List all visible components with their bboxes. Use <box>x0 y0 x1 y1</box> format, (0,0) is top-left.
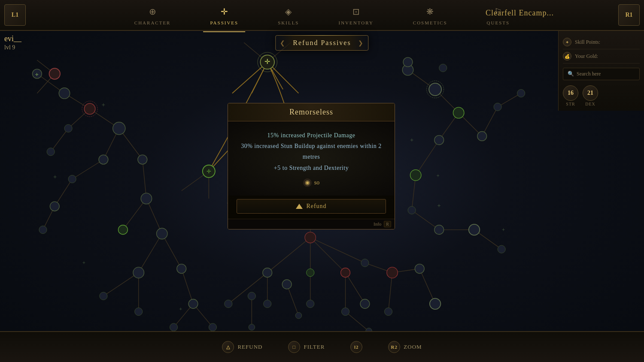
nav-item-skills[interactable]: ◈ SKILLS <box>271 1 306 29</box>
svg-point-124 <box>384 308 392 315</box>
refund-triangle-icon: △ <box>222 341 234 353</box>
svg-point-117 <box>408 206 416 214</box>
svg-text:+: + <box>502 227 505 233</box>
zoom-action-label: ZOOM <box>404 344 422 350</box>
svg-line-55 <box>482 107 498 136</box>
svg-line-31 <box>139 234 162 273</box>
svg-text:+: + <box>53 173 57 180</box>
refund-banner-text: Refund Passives <box>293 39 351 46</box>
tooltip-refund-button[interactable]: Refund <box>237 199 386 214</box>
dex-value: 21 <box>583 85 598 101</box>
svg-point-70 <box>59 88 70 99</box>
svg-point-82 <box>157 228 167 239</box>
svg-line-13 <box>310 238 365 263</box>
nav-items-container: ⊕ CHARACTER ✛ PASSIVES ◈ SKILLS ⊡ INVENT… <box>128 1 516 29</box>
r2-button-icon: R2 <box>388 341 400 353</box>
svg-point-96 <box>307 269 314 277</box>
svg-point-110 <box>429 83 441 96</box>
svg-line-12 <box>310 238 346 273</box>
svg-point-94 <box>305 232 316 243</box>
character-name: evi__ <box>4 34 21 43</box>
svg-text:✛: ✛ <box>207 169 211 175</box>
filter-action-label: FILTER <box>304 344 325 350</box>
passives-nav-icon: ✛ <box>217 5 231 18</box>
svg-point-112 <box>477 132 487 141</box>
svg-point-84 <box>177 264 186 274</box>
zoom-action[interactable]: R2 ZOOM <box>388 341 422 353</box>
quests-nav-label: QUESTS <box>487 20 510 25</box>
str-badge: 16 STR <box>563 85 578 106</box>
svg-point-102 <box>360 299 370 308</box>
svg-point-123 <box>430 299 440 309</box>
nav-right-area: R1 <box>618 4 644 26</box>
cosmetics-nav-icon: ❋ <box>423 5 437 18</box>
svg-point-120 <box>498 245 505 253</box>
svg-line-30 <box>146 199 162 234</box>
svg-text:+: + <box>82 260 85 266</box>
dex-label: DEX <box>585 102 595 106</box>
nav-l1-button[interactable]: L1 <box>4 4 26 26</box>
refund-banner: ❮ Refund Passives ❯ <box>275 35 368 51</box>
dex-badge: 21 DEX <box>583 85 598 106</box>
svg-point-76 <box>138 155 147 164</box>
tooltip-cost: ◉ so <box>237 178 386 187</box>
tooltip-body: 15% increased Projectile Damage 30% incr… <box>228 121 395 196</box>
svg-point-78 <box>50 202 59 211</box>
search-box[interactable]: 🔍 Search here <box>563 68 640 80</box>
svg-point-72 <box>113 122 125 135</box>
svg-point-73 <box>64 124 72 132</box>
svg-point-125 <box>49 68 60 79</box>
svg-point-81 <box>118 225 128 235</box>
l2-button-icon: l2 <box>350 341 362 353</box>
svg-text:✛: ✛ <box>264 57 270 66</box>
zoom-out-action[interactable]: l2 <box>350 341 362 353</box>
svg-point-101 <box>307 300 314 308</box>
svg-point-105 <box>341 308 349 315</box>
passives-nav-label: PASSIVES <box>210 20 238 25</box>
node-tooltip: Remorseless 15% increased Projectile Dam… <box>228 103 395 229</box>
nav-item-character[interactable]: ⊕ CHARACTER <box>128 1 178 29</box>
svg-point-127 <box>439 64 447 72</box>
svg-point-116 <box>410 170 421 181</box>
svg-line-29 <box>123 199 146 230</box>
skills-nav-icon: ◈ <box>282 5 295 18</box>
svg-point-121 <box>387 267 398 278</box>
svg-point-115 <box>434 136 444 145</box>
nav-item-cosmetics[interactable]: ❋ COSMETICS <box>406 1 454 29</box>
svg-point-97 <box>341 268 350 278</box>
refund-button-label: Refund <box>306 203 326 210</box>
svg-line-35 <box>182 269 193 304</box>
str-label: STR <box>566 102 575 106</box>
banner-arrow-right-icon: ❯ <box>358 39 364 47</box>
nav-item-inventory[interactable]: ⊡ INVENTORY <box>331 1 380 29</box>
info-button-badge: R <box>384 221 391 227</box>
gold-row: 💰 Your Gold: <box>563 49 640 63</box>
cost-icon: ◉ <box>303 178 312 187</box>
svg-line-23 <box>72 160 103 179</box>
stat-badges-row: 16 STR 21 DEX <box>563 85 640 106</box>
svg-line-27 <box>51 128 68 152</box>
svg-point-75 <box>99 155 108 164</box>
refund-action-label: REFUND <box>237 344 262 350</box>
svg-point-71 <box>84 103 95 114</box>
svg-line-14 <box>228 273 267 304</box>
right-panel: ✦ Skill Points: 💰 Your Gold: 🔍 Search he… <box>558 31 644 111</box>
svg-point-103 <box>248 292 255 300</box>
svg-line-54 <box>346 312 369 331</box>
nav-left-area: L1 <box>0 4 26 26</box>
tooltip-stat-2: 30% increased Stun Buildup against enemi… <box>237 141 386 162</box>
filter-action[interactable]: □ FILTER <box>288 341 325 353</box>
character-nav-icon: ⊕ <box>146 5 159 18</box>
tooltip-info-bar: Info R <box>228 219 395 229</box>
nav-item-passives[interactable]: ✛ PASSIVES <box>203 1 245 29</box>
nav-r1-button[interactable]: R1 <box>618 4 640 26</box>
svg-point-111 <box>453 107 464 118</box>
svg-point-106 <box>249 324 255 331</box>
svg-line-10 <box>267 238 310 273</box>
filter-square-icon: □ <box>288 341 300 353</box>
svg-text:+: + <box>102 101 105 108</box>
skill-points-icon: ✦ <box>563 38 571 46</box>
svg-point-80 <box>141 193 152 204</box>
svg-text:+: + <box>436 173 439 179</box>
refund-action[interactable]: △ REFUND <box>222 341 262 353</box>
